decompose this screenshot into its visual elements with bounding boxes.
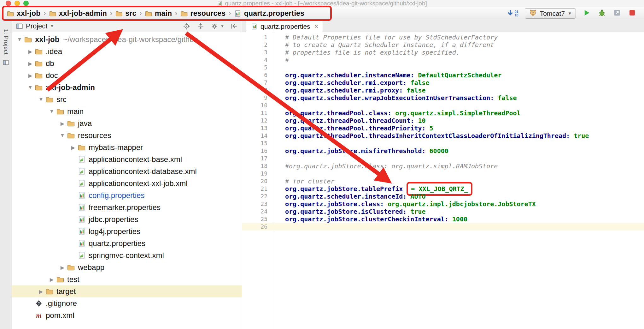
chevron-collapsed-icon[interactable]: ▶: [26, 73, 35, 79]
tree-item-xxl-job[interactable]: ▼xxl-job ~/workspaces/idea-git-workspace…: [12, 33, 242, 45]
project-panel-title[interactable]: Project: [26, 22, 47, 30]
code-text[interactable]: #: [285, 56, 289, 64]
tree-item-springmvc-context.xml[interactable]: springmvc-context.xml: [12, 249, 242, 261]
tree-item-db[interactable]: ▶db: [12, 57, 242, 69]
property-key: org.quartz.threadPool.threadPriority:: [285, 124, 426, 132]
breadcrumb-item-xxl-job-admin[interactable]: xxl-job-admin: [47, 9, 108, 18]
breadcrumb-item-main[interactable]: main: [143, 9, 173, 18]
code-text[interactable]: org.quartz.jobStore.misfireThreshold: 60…: [285, 147, 448, 155]
chevron-collapsed-icon[interactable]: ▶: [26, 61, 35, 67]
tree-item-src[interactable]: ▼src: [12, 93, 242, 105]
tree-item-xxl-job-admin[interactable]: ▼xxl-job-admin: [12, 81, 242, 93]
tree-item-label: test: [67, 275, 79, 284]
tree-item-log4j.properties[interactable]: log4j.properties: [12, 225, 242, 237]
tree-item-freemarker.properties[interactable]: freemarker.properties: [12, 201, 242, 213]
code-text[interactable]: # properties file is not explicitly spec…: [285, 49, 460, 56]
line-number: 13: [242, 124, 267, 132]
code-text[interactable]: # Default Properties file for use by Std…: [285, 33, 498, 41]
tree-item-applicationcontext-base.xml[interactable]: applicationcontext-base.xml: [12, 153, 242, 165]
property-value: true: [410, 208, 425, 215]
code-text[interactable]: #org.quartz.jobStore.class: org.quartz.s…: [285, 162, 498, 170]
tree-item-resources[interactable]: ▼resources: [12, 129, 242, 141]
code-text[interactable]: org.quartz.threadPool.class: org.quartz.…: [285, 109, 521, 117]
coverage-button[interactable]: [612, 9, 621, 18]
code-text[interactable]: org.quartz.jobStore.class: org.quartz.im…: [285, 200, 536, 208]
tree-item-applicationcontext-database.xml[interactable]: applicationcontext-database.xml: [12, 165, 242, 177]
code-editor[interactable]: 1# Default Properties file for use by St…: [242, 32, 644, 329]
breadcrumb-item-xxl-job[interactable]: xxl-job: [5, 9, 42, 18]
breadcrumb-item-src[interactable]: src: [114, 9, 138, 18]
code-text[interactable]: org.quartz.threadPool.threadsInheritCont…: [285, 132, 589, 140]
tree-item-target[interactable]: ▶target: [12, 285, 242, 297]
code-text[interactable]: org.quartz.jobStore.clusterCheckinInterv…: [285, 215, 467, 223]
code-text[interactable]: org.quartz.scheduler.instanceId: AUTO: [285, 193, 426, 200]
breadcrumb-item-quartz.properties[interactable]: quartz.properties: [232, 9, 306, 18]
properties-icon: [234, 10, 242, 17]
settings-gear-icon[interactable]: [210, 22, 219, 30]
chevron-collapsed-icon[interactable]: ▶: [47, 277, 56, 283]
locate-file-icon[interactable]: [183, 22, 191, 30]
code-text[interactable]: # for cluster: [285, 177, 335, 185]
close-tab-icon[interactable]: ×: [314, 22, 319, 31]
tree-item-doc[interactable]: ▶doc: [12, 69, 242, 81]
chevron-collapsed-icon[interactable]: ▶: [58, 265, 67, 271]
tree-item-.idea[interactable]: ▶.idea: [12, 45, 242, 57]
tree-item-java[interactable]: ▶java: [12, 117, 242, 129]
folder-icon: [56, 275, 64, 284]
chevron-collapsed-icon[interactable]: ▶: [69, 145, 78, 151]
incoming-changes-indicator[interactable]: 01 10: [506, 9, 518, 18]
svg-text:?: ?: [38, 302, 40, 305]
chevron-collapsed-icon[interactable]: ▶: [37, 289, 45, 295]
chevron-expanded-icon[interactable]: ▼: [15, 37, 24, 42]
chevron-collapsed-icon[interactable]: ▶: [26, 49, 35, 55]
code-text[interactable]: org.quartz.threadPool.threadPriority: 5: [285, 124, 433, 132]
tree-item-mybatis-mapper[interactable]: ▶mybatis-mapper: [12, 141, 242, 153]
tree-item-pom.xml[interactable]: mpom.xml: [12, 309, 242, 321]
stop-button[interactable]: [628, 9, 636, 18]
tree-item-quartz.properties[interactable]: quartz.properties: [12, 237, 242, 249]
code-text[interactable]: org.quartz.scheduler.instanceName: Defau…: [285, 71, 501, 79]
chevron-expanded-icon[interactable]: ▼: [26, 85, 35, 90]
chevron-expanded-icon[interactable]: ▼: [37, 97, 45, 102]
code-text[interactable]: org.quartz.threadPool.threadCount: 10: [285, 117, 426, 124]
breadcrumb-item-resources[interactable]: resources: [179, 9, 227, 18]
code-lines: 1# Default Properties file for use by St…: [242, 32, 644, 329]
close-window-button[interactable]: [6, 1, 11, 6]
folder-icon: [35, 59, 43, 68]
chevron-collapsed-icon[interactable]: ▶: [58, 121, 67, 127]
code-line-23: 23org.quartz.jobStore.class: org.quartz.…: [242, 200, 644, 208]
tree-item-.gitignore[interactable]: ?.gitignore: [12, 297, 242, 309]
zoom-window-button[interactable]: [23, 1, 29, 6]
code-line-1: 1# Default Properties file for use by St…: [242, 33, 644, 41]
tree-item-jdbc.properties[interactable]: jdbc.properties: [12, 213, 242, 225]
code-text[interactable]: org.quartz.jobStore.isClustered: true: [285, 208, 426, 215]
code-text[interactable]: org.quartz.scheduler.wrapJobExecutionInU…: [285, 94, 517, 102]
tree-item-test[interactable]: ▶test: [12, 273, 242, 285]
tree-item-webapp[interactable]: ▶webapp: [12, 261, 242, 273]
code-text[interactable]: org.quartz.scheduler.rmi.export: false: [285, 79, 430, 87]
code-text[interactable]: # to create a Quartz Scheduler Instance,…: [285, 41, 494, 49]
editor-tab-quartz-properties[interactable]: quartz.properties ×: [246, 20, 323, 32]
plain-text: [403, 87, 407, 94]
code-text[interactable]: org.quartz.scheduler.rmi.proxy: false: [285, 87, 426, 94]
line-number: 12: [242, 117, 267, 124]
collapse-all-icon[interactable]: [196, 22, 205, 30]
property-key: org.quartz.scheduler.rmi.proxy:: [285, 87, 403, 94]
run-button[interactable]: [582, 9, 591, 18]
project-path: ~/workspaces/idea-git-workspace/github: [63, 35, 198, 44]
property-value: 10: [418, 117, 425, 124]
run-configuration-select[interactable]: Tomcat7 ▼: [525, 8, 576, 19]
hide-panel-icon[interactable]: [230, 22, 238, 30]
project-tool-window-button[interactable]: 1: Project: [3, 29, 9, 55]
folder-icon: [35, 71, 43, 80]
chevron-expanded-icon[interactable]: ▼: [47, 109, 56, 114]
project-panel-icon[interactable]: [3, 59, 9, 66]
code-text[interactable]: org.quartz.jobStore.tablePrefix = XXL_JO…: [285, 185, 472, 193]
debug-button[interactable]: [597, 9, 606, 18]
tree-item-config.properties[interactable]: config.properties: [12, 189, 242, 201]
tree-item-main[interactable]: ▼main: [12, 105, 242, 117]
chevron-expanded-icon[interactable]: ▼: [58, 133, 67, 138]
tree-item-applicationcontext-xxl-job.xml[interactable]: applicationcontext-xxl-job.xml: [12, 177, 242, 189]
minimize-window-button[interactable]: [15, 1, 20, 6]
property-key: org.quartz.jobStore.isClustered:: [285, 208, 407, 215]
